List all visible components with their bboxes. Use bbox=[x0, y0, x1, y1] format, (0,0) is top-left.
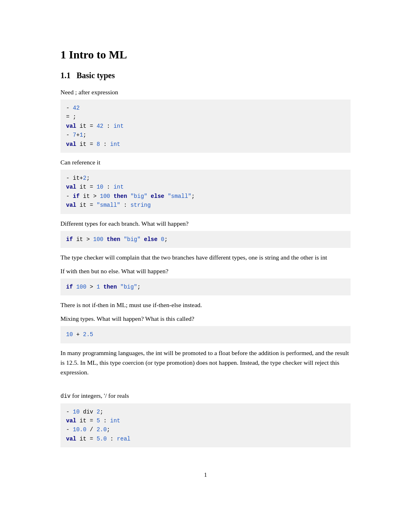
para4: The type checker will complain that the … bbox=[60, 253, 351, 262]
code-block-5: 10 + 2.5 bbox=[60, 326, 351, 343]
para7: Mixing types. What will happen? What is … bbox=[60, 314, 351, 324]
section-heading: 1 Intro to ML bbox=[60, 48, 351, 61]
para9: div for integers, '/ for reals bbox=[60, 391, 351, 401]
subsection-heading: 1.1 Basic types bbox=[60, 71, 351, 80]
code-block-6: - 10 div 2; val it = 5 : int - 10.0 / 2.… bbox=[60, 403, 351, 448]
para8: In many programming languages, the int w… bbox=[60, 348, 351, 377]
para6: There is not if-then in ML; must use if-… bbox=[60, 300, 351, 310]
div-keyword: div bbox=[60, 393, 71, 399]
para2: Can reference it bbox=[60, 158, 351, 167]
code-block-2: - it+2; val it = 10 : int - if it > 100 … bbox=[60, 170, 351, 214]
para3: Different types for each branch. What wi… bbox=[60, 219, 351, 229]
page-container: 1 Intro to ML 1.1 Basic types Need ; aft… bbox=[60, 0, 351, 532]
page-number: 1 bbox=[60, 472, 351, 478]
code-block-4: if 100 > 1 then "big"; bbox=[60, 278, 351, 295]
code-block-1: - 42 = ; val it = 42 : int - 7+1; val it… bbox=[60, 100, 351, 153]
section-title-text: 1 Intro to ML bbox=[60, 48, 127, 61]
para5: If with then but no else. What will happ… bbox=[60, 266, 351, 276]
para1: Need ; after expression bbox=[60, 87, 351, 97]
code-block-3: if it > 100 then "big" else 0; bbox=[60, 231, 351, 248]
subsection-title-text: 1.1 Basic types bbox=[60, 71, 115, 80]
